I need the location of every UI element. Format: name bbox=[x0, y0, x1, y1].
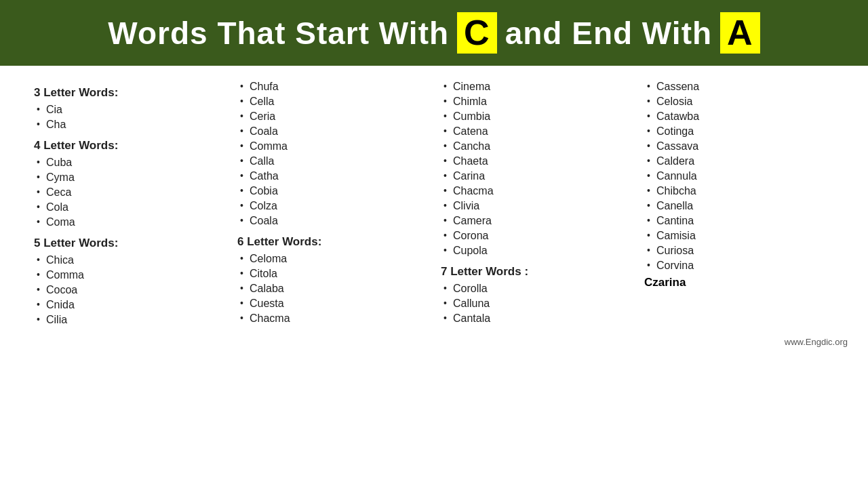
list-item: Cilia bbox=[34, 312, 224, 327]
word-list-col2-2: CelomaCitolaCalabaCuestaChacma bbox=[237, 251, 427, 326]
section-heading-col3-2: 7 Letter Words : bbox=[441, 265, 631, 279]
list-item: Cobia bbox=[237, 184, 427, 199]
list-item: Corolla bbox=[441, 281, 631, 296]
list-item: Cella bbox=[237, 94, 427, 109]
list-item: Colza bbox=[237, 199, 427, 214]
word-list-col1-3: ChicaCommaCocoaCnidaCilia bbox=[34, 253, 224, 327]
word-list-col1-1: CiaCha bbox=[34, 102, 224, 132]
list-item: Comma bbox=[34, 268, 224, 283]
header-prefix: Words That Start With bbox=[108, 15, 449, 52]
list-item: Coala bbox=[237, 214, 427, 228]
column-2: ChufaCellaCeriaCoalaCommaCallaCathaCobia… bbox=[231, 79, 434, 327]
section-heading-col1-3: 5 Letter Words: bbox=[34, 237, 224, 250]
list-item: Citola bbox=[237, 266, 427, 281]
list-item: Chibcha bbox=[644, 184, 834, 199]
letter-c-highlight: C bbox=[457, 12, 497, 54]
word-list-col3-2: CorollaCallunaCantala bbox=[441, 281, 631, 326]
list-item: Cola bbox=[34, 200, 224, 215]
list-item: Curiosa bbox=[644, 243, 834, 258]
list-item: Cocoa bbox=[34, 283, 224, 298]
section-heading-col2-2: 6 Letter Words: bbox=[237, 235, 427, 249]
word-list-col1-2: CubaCymaCecaColaComa bbox=[34, 155, 224, 230]
list-item: Comma bbox=[237, 139, 427, 154]
word-list-col3-1: CinemaChimlaCumbiaCatenaCanchaChaetaCari… bbox=[441, 79, 631, 258]
list-item: Ceria bbox=[237, 109, 427, 124]
list-item: Calaba bbox=[237, 281, 427, 296]
list-item: Coma bbox=[34, 215, 224, 230]
list-item: Cuesta bbox=[237, 296, 427, 311]
list-item: Cannula bbox=[644, 169, 834, 184]
list-item: Camera bbox=[441, 214, 631, 228]
list-item: Carina bbox=[441, 169, 631, 184]
list-item: Cantala bbox=[441, 311, 631, 326]
list-item: Cyma bbox=[34, 170, 224, 185]
list-item: Cha bbox=[34, 117, 224, 132]
list-item: Calla bbox=[237, 154, 427, 169]
list-item: Cumbia bbox=[441, 109, 631, 124]
list-item: Cupola bbox=[441, 243, 631, 258]
list-item: Canella bbox=[644, 199, 834, 214]
list-item: Catena bbox=[441, 124, 631, 139]
list-item: Ceca bbox=[34, 185, 224, 200]
list-item: Chufa bbox=[237, 79, 427, 94]
letter-a-highlight: A bbox=[720, 12, 760, 54]
list-item: Corona bbox=[441, 228, 631, 243]
header-middle: and End With bbox=[505, 15, 712, 52]
header-title: Words That Start With C and End With A bbox=[108, 12, 760, 54]
list-item: Cnida bbox=[34, 298, 224, 312]
section-heading-col1-2: 4 Letter Words: bbox=[34, 139, 224, 152]
list-item: Celoma bbox=[237, 251, 427, 266]
extra-word-col4: Czarina bbox=[644, 276, 834, 289]
list-item: Catawba bbox=[644, 109, 834, 124]
word-list-col4-1: CassenaCelosiaCatawbaCotingaCassavaCalde… bbox=[644, 79, 834, 273]
list-item: Cinema bbox=[441, 79, 631, 94]
list-item: Cuba bbox=[34, 155, 224, 170]
list-item: Cantina bbox=[644, 214, 834, 228]
page-header: Words That Start With C and End With A bbox=[0, 0, 868, 66]
list-item: Celosia bbox=[644, 94, 834, 109]
footer: www.Engdic.org bbox=[0, 334, 868, 351]
column-1: 3 Letter Words:CiaCha4 Letter Words:Cuba… bbox=[27, 79, 231, 327]
list-item: Chimla bbox=[441, 94, 631, 109]
list-item: Coala bbox=[237, 124, 427, 139]
content-grid: 3 Letter Words:CiaCha4 Letter Words:Cuba… bbox=[0, 66, 868, 334]
website-url: www.Engdic.org bbox=[785, 337, 848, 347]
list-item: Camisia bbox=[644, 228, 834, 243]
list-item: Cotinga bbox=[644, 124, 834, 139]
list-item: Cassena bbox=[644, 79, 834, 94]
list-item: Cancha bbox=[441, 139, 631, 154]
list-item: Chacma bbox=[441, 184, 631, 199]
column-4: CassenaCelosiaCatawbaCotingaCassavaCalde… bbox=[637, 79, 841, 327]
list-item: Catha bbox=[237, 169, 427, 184]
list-item: Chica bbox=[34, 253, 224, 268]
section-heading-col1-1: 3 Letter Words: bbox=[34, 86, 224, 100]
list-item: Clivia bbox=[441, 199, 631, 214]
word-list-col2-1: ChufaCellaCeriaCoalaCommaCallaCathaCobia… bbox=[237, 79, 427, 228]
list-item: Chaeta bbox=[441, 154, 631, 169]
list-item: Calluna bbox=[441, 296, 631, 311]
list-item: Cassava bbox=[644, 139, 834, 154]
column-3: CinemaChimlaCumbiaCatenaCanchaChaetaCari… bbox=[434, 79, 637, 327]
list-item: Caldera bbox=[644, 154, 834, 169]
list-item: Cia bbox=[34, 102, 224, 117]
list-item: Chacma bbox=[237, 311, 427, 326]
list-item: Corvina bbox=[644, 258, 834, 273]
